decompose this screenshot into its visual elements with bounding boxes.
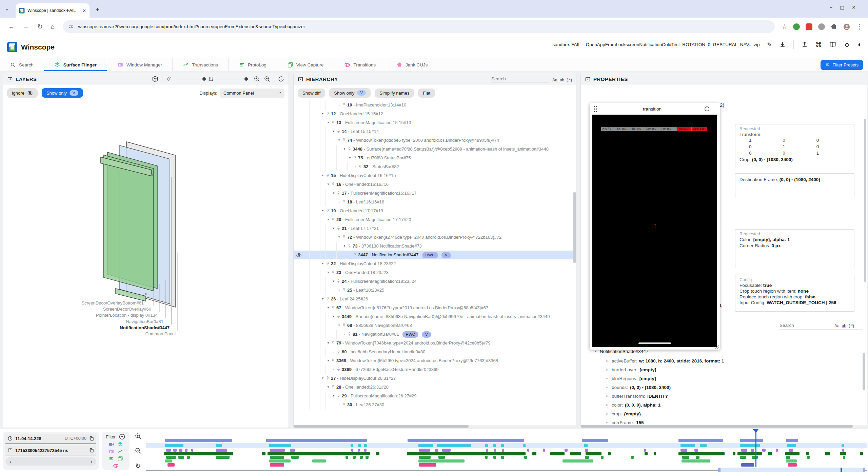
- trace-entry[interactable]: [678, 452, 725, 455]
- layer-flag-chip[interactable]: HWC: [402, 331, 418, 338]
- tab-jank-cujs[interactable]: Jank CUJs: [386, 58, 438, 71]
- trace-entry[interactable]: [167, 463, 175, 467]
- tab-close-icon[interactable]: ✕: [82, 8, 86, 13]
- extension-icon-red[interactable]: [806, 23, 812, 30]
- trace-entry[interactable]: [502, 449, 504, 452]
- trace-entry[interactable]: [268, 452, 370, 455]
- trace-entry[interactable]: [376, 452, 379, 455]
- trace-entry[interactable]: [786, 456, 790, 459]
- expand-toggle[interactable]: ●: [336, 400, 342, 409]
- collapse-filter-icon[interactable]: [119, 433, 125, 440]
- minimize-overlay-icon[interactable]: _: [713, 106, 716, 112]
- trace-entry[interactable]: [524, 456, 527, 459]
- surface-flinger-trace-icon[interactable]: [117, 441, 123, 447]
- trace-entry[interactable]: [842, 449, 844, 452]
- zoom-window-left-handle[interactable]: [718, 468, 721, 472]
- timeline-zoom-out-icon[interactable]: [135, 447, 142, 454]
- trace-entry[interactable]: [682, 459, 710, 463]
- pin-icon[interactable]: [336, 279, 341, 283]
- pin-icon[interactable]: [342, 288, 346, 292]
- trace-entry[interactable]: [351, 444, 354, 447]
- trace-entry[interactable]: [187, 456, 190, 459]
- protolog-trace-icon[interactable]: [108, 456, 114, 461]
- regex-icon[interactable]: (.*): [849, 323, 854, 328]
- trace-entry[interactable]: [269, 444, 292, 447]
- back-icon[interactable]: ←: [8, 23, 15, 31]
- trace-entry[interactable]: [165, 439, 232, 442]
- expand-toggle[interactable]: ▼: [320, 110, 326, 118]
- hierarchy-node[interactable]: ▼ 20 - FullscreenMagnification:17:17#20: [294, 215, 573, 224]
- trace-entry[interactable]: [179, 449, 183, 452]
- collapse-panel-icon[interactable]: [7, 76, 13, 82]
- trace-entry[interactable]: [408, 439, 524, 442]
- pin-icon[interactable]: [342, 235, 346, 239]
- layer-label[interactable]: PointerLocation - display 0#134: [96, 313, 158, 318]
- expand-toggle[interactable]: ▼: [320, 374, 326, 383]
- hierarchy-node[interactable]: ▼ 67 - WindowToken{e5176f9 type=2019 and…: [294, 303, 573, 312]
- expand-toggle[interactable]: ▼: [331, 392, 336, 400]
- trace-entry[interactable]: [178, 456, 184, 459]
- hierarchy-node[interactable]: ● 82 - StatusBar#82: [294, 162, 573, 171]
- zoom-in-icon[interactable]: [254, 76, 260, 82]
- hierarchy-node[interactable]: ▼ 72 - WindowToken{a2746de type=2040 and…: [294, 233, 573, 242]
- expand-toggle[interactable]: ▼: [326, 383, 331, 392]
- properties-hscrollbar[interactable]: [581, 425, 867, 428]
- pin-icon[interactable]: [331, 341, 335, 345]
- expand-toggle[interactable]: ▼: [326, 118, 331, 127]
- trace-entry[interactable]: [437, 444, 471, 447]
- trace-entry[interactable]: [216, 449, 227, 452]
- hierarchy-node[interactable]: ▼ 26 - Leaf:24:25#26: [294, 295, 573, 303]
- expand-toggle[interactable]: ▼: [331, 277, 336, 286]
- expand-toggle[interactable]: ●: [342, 330, 347, 339]
- trace-entry[interactable]: [438, 456, 445, 459]
- trace-entry[interactable]: [493, 456, 496, 459]
- trace-entry[interactable]: [501, 444, 504, 447]
- forward-icon[interactable]: →: [23, 23, 29, 31]
- trace-entry[interactable]: [585, 449, 589, 452]
- trace-entry[interactable]: [570, 452, 581, 455]
- show-only-chip[interactable]: Show onlyV: [42, 88, 83, 98]
- bookmark-star-icon[interactable]: ☆: [782, 23, 787, 31]
- expand-toggle[interactable]: ▼: [320, 259, 326, 268]
- trace-entry[interactable]: [543, 449, 545, 452]
- property-item[interactable]: bounds:(0, 0) - (1080, 2400): [594, 383, 860, 392]
- pin-icon[interactable]: [353, 156, 357, 160]
- site-settings-icon[interactable]: [68, 24, 74, 29]
- layer-label[interactable]: NotificationShade#3447: [120, 325, 170, 330]
- tab-search-chevron-icon[interactable]: ⌄: [5, 5, 9, 12]
- hierarchy-node[interactable]: ▼ 17 - FullscreenMagnification:16:16#17: [294, 189, 573, 198]
- tab-transitions[interactable]: Transitions: [334, 58, 386, 71]
- regex-icon[interactable]: (.*): [567, 78, 572, 82]
- layer-flag-chip[interactable]: V: [422, 331, 431, 338]
- hierarchy-node[interactable]: ▼ 12 - OneHanded:15:15#12: [294, 110, 573, 118]
- trace-entry[interactable]: [741, 449, 747, 452]
- trace-entry[interactable]: [494, 449, 496, 452]
- trace-entry[interactable]: [291, 456, 298, 459]
- expand-toggle[interactable]: ▼: [326, 180, 331, 189]
- transition-overlay-card[interactable]: transition _ P: 0 / 1dX: 0.0dY: 0.0Xv: 0…: [590, 103, 720, 350]
- expand-toggle[interactable]: ▼: [331, 312, 336, 321]
- property-item[interactable]: crop:{empty}: [594, 409, 860, 418]
- hierarchy-node[interactable]: ▼ 15 - HideDisplayCutout:16:16#15: [294, 171, 573, 180]
- documentation-icon[interactable]: [829, 41, 836, 48]
- trace-entry[interactable]: [485, 444, 488, 447]
- expand-toggle[interactable]: ▼: [320, 206, 326, 215]
- profile-avatar[interactable]: [843, 23, 850, 31]
- trace-entry[interactable]: [786, 459, 797, 463]
- trace-entry[interactable]: [353, 456, 356, 459]
- pin-icon[interactable]: [336, 191, 341, 195]
- trace-entry[interactable]: [584, 444, 588, 447]
- properties-search-input[interactable]: [779, 322, 831, 328]
- expand-toggle[interactable]: ▼: [331, 224, 336, 233]
- hierarchy-node[interactable]: ▼ 16 - OneHanded:16:16#16: [294, 180, 573, 189]
- trace-entry[interactable]: [358, 449, 360, 452]
- expand-toggle[interactable]: ▼: [336, 321, 342, 330]
- pin-icon[interactable]: [336, 226, 341, 231]
- flat-chip[interactable]: Flat: [418, 88, 435, 98]
- layer-label[interactable]: ScreenDecorOverlay#60: [103, 307, 151, 312]
- hierarchy-node[interactable]: ▼ 13 - FullscreenMagnification:15:15#13: [294, 118, 573, 127]
- trace-entry[interactable]: [486, 449, 488, 452]
- pin-icon[interactable]: [336, 350, 341, 354]
- hierarchy-node[interactable]: ● 18 - Leaf:16:16#18: [294, 198, 573, 206]
- browser-tab[interactable]: Winscope | sandbox-FAIL ✕: [16, 3, 90, 18]
